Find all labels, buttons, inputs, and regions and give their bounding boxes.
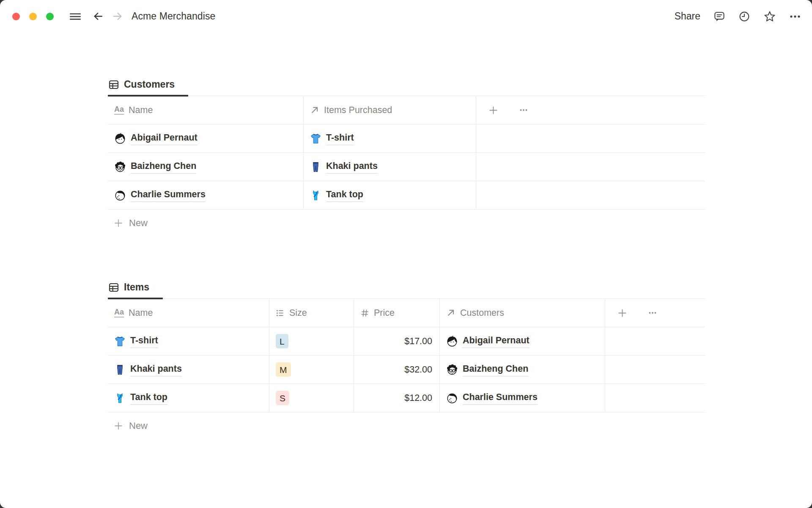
- sidebar-toggle-icon[interactable]: [69, 11, 82, 22]
- app-window: Acme Merchandise Share: [0, 0, 812, 508]
- items-purchased-cell[interactable]: Khaki pants: [304, 153, 476, 181]
- size-tag[interactable]: M: [276, 362, 291, 377]
- relation-property-icon: [310, 105, 319, 115]
- number-property-icon: [360, 309, 369, 318]
- price-cell[interactable]: $32.00: [354, 356, 440, 384]
- tshirt-icon: [310, 133, 321, 144]
- table-options-icon[interactable]: [519, 105, 528, 115]
- comments-icon[interactable]: [713, 11, 725, 22]
- page-history-icon[interactable]: [738, 11, 750, 22]
- size-cell[interactable]: L: [269, 327, 354, 355]
- topbar: Acme Merchandise Share: [0, 0, 812, 33]
- avatar: [446, 392, 458, 404]
- text-property-icon: Aa: [114, 105, 124, 115]
- avatar: [114, 189, 126, 201]
- share-button[interactable]: Share: [675, 11, 700, 22]
- more-options-icon[interactable]: [789, 11, 801, 22]
- tank-top-icon: [114, 392, 126, 404]
- customer-name-cell[interactable]: Baizheng Chen: [108, 153, 304, 181]
- price-cell[interactable]: $17.00: [354, 327, 440, 355]
- items-purchased-cell[interactable]: Tank top: [304, 181, 476, 209]
- page-title-breadcrumb[interactable]: Acme Merchandise: [132, 11, 215, 22]
- tshirt-icon: [114, 336, 126, 347]
- customer-name-cell[interactable]: Abigail Pernaut: [108, 124, 304, 152]
- text-property-icon: Aa: [114, 308, 124, 318]
- tab-items-label: Items: [124, 282, 149, 293]
- table-row: Charlie Summers Tank top: [108, 181, 705, 210]
- column-header-price[interactable]: Price: [354, 299, 440, 327]
- customer-name-cell[interactable]: Charlie Summers: [108, 181, 304, 209]
- tab-customers[interactable]: Customers: [108, 79, 188, 96]
- column-header-items-purchased[interactable]: Items Purchased: [304, 96, 476, 124]
- table-row: Khaki pants M $32.00 Baizheng Chen: [108, 356, 705, 384]
- customers-relation-cell[interactable]: Charlie Summers: [440, 384, 605, 412]
- plus-icon: [113, 218, 123, 228]
- customers-header-row: Aa Name Items Purchased: [108, 96, 705, 124]
- avatar: [446, 335, 458, 347]
- customers-tabbar: Customers: [108, 68, 705, 96]
- items-purchased-cell[interactable]: T-shirt: [304, 124, 476, 152]
- item-name-cell[interactable]: Tank top: [108, 384, 269, 412]
- table-options-icon[interactable]: [648, 308, 657, 318]
- table-view-icon: [108, 79, 119, 90]
- items-tabbar: Items: [108, 271, 705, 299]
- new-row-button[interactable]: New: [108, 412, 705, 439]
- column-header-size[interactable]: Size: [269, 299, 354, 327]
- table-row: Tank top S $12.00 Charlie Summers: [108, 384, 705, 412]
- item-name-cell[interactable]: T-shirt: [108, 327, 269, 355]
- jeans-icon: [310, 161, 321, 173]
- customers-relation-cell[interactable]: Baizheng Chen: [440, 356, 605, 384]
- tank-top-icon: [310, 190, 321, 201]
- column-header-name[interactable]: Aa Name: [108, 96, 304, 124]
- add-column-icon[interactable]: [617, 308, 628, 318]
- minimize-window-button[interactable]: [29, 13, 37, 20]
- items-header-row: Aa Name Size Price: [108, 299, 705, 327]
- column-header-customers[interactable]: Customers: [440, 299, 605, 327]
- size-tag[interactable]: L: [276, 334, 288, 348]
- customers-database: Customers Aa Name Items Purchased: [108, 68, 705, 237]
- items-header-extra: [605, 299, 705, 327]
- zoom-window-button[interactable]: [46, 13, 54, 20]
- table-row: Baizheng Chen Khaki pants: [108, 153, 705, 181]
- table-row: T-shirt L $17.00 Abigail Pernaut: [108, 327, 705, 356]
- column-header-name[interactable]: Aa Name: [108, 299, 269, 327]
- size-cell[interactable]: M: [269, 356, 354, 384]
- tab-items[interactable]: Items: [108, 282, 163, 298]
- plus-icon: [113, 421, 123, 431]
- avatar: [446, 364, 458, 375]
- customers-header-extra: [476, 96, 705, 124]
- select-property-icon: [276, 309, 285, 318]
- size-tag[interactable]: S: [276, 391, 289, 405]
- item-name-cell[interactable]: Khaki pants: [108, 356, 269, 384]
- avatar: [114, 133, 126, 144]
- table-view-icon: [108, 282, 119, 293]
- forward-icon[interactable]: [112, 10, 124, 22]
- tab-customers-label: Customers: [124, 79, 175, 90]
- new-row-button[interactable]: New: [108, 210, 705, 237]
- relation-property-icon: [446, 308, 455, 318]
- table-row: Abigail Pernaut T-shirt: [108, 124, 705, 153]
- back-icon[interactable]: [92, 10, 104, 22]
- avatar: [114, 161, 126, 173]
- items-database: Items Aa Name Size Pr: [108, 271, 705, 439]
- customers-relation-cell[interactable]: Abigail Pernaut: [440, 327, 605, 355]
- add-column-icon[interactable]: [488, 105, 499, 116]
- price-cell[interactable]: $12.00: [354, 384, 440, 412]
- jeans-icon: [114, 364, 126, 375]
- close-window-button[interactable]: [12, 13, 20, 20]
- size-cell[interactable]: S: [269, 384, 354, 412]
- favorite-star-icon[interactable]: [763, 10, 776, 23]
